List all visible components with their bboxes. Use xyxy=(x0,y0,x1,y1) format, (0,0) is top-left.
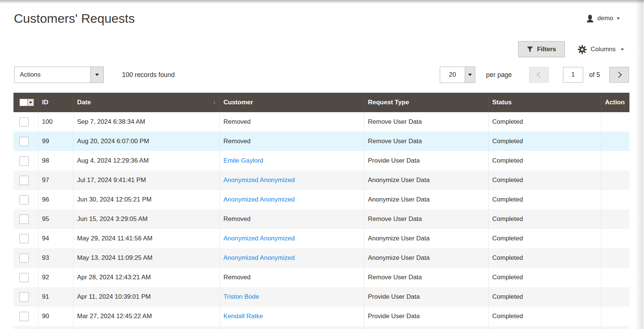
table-row: 94May 29, 2024 11:41:56 AMAnonymized Ano… xyxy=(13,229,629,248)
next-page-button[interactable] xyxy=(609,67,629,83)
cell-request-type: Anonymize User Data xyxy=(364,248,488,268)
table-row: 90Mar 27, 2024 12:45:22 AMKendall RatkeP… xyxy=(13,307,629,326)
cell-date: May 13, 2024 11:09:25 AM xyxy=(73,248,220,268)
cell-id: 93 xyxy=(38,248,73,268)
customer-link[interactable]: Triston Bode xyxy=(224,293,259,300)
cell-customer: Removed xyxy=(220,112,364,132)
cell-status: Completed xyxy=(488,307,601,326)
cell-action xyxy=(601,132,629,151)
row-checkbox[interactable] xyxy=(19,176,29,185)
row-checkbox[interactable] xyxy=(19,292,29,302)
cell-request-type: Remove User Data xyxy=(364,268,488,287)
table-row: 95Jun 15, 2024 3:29:05 AMRemovedRemove U… xyxy=(13,209,629,229)
previous-page-button[interactable] xyxy=(529,67,549,83)
column-header-date[interactable]: Date ↑ xyxy=(73,93,220,112)
cell-date: Aug 4, 2024 12:29:36 AM xyxy=(73,151,220,170)
actions-select[interactable]: Actions xyxy=(14,67,104,83)
actions-select-caret[interactable] xyxy=(90,67,103,83)
cell-action xyxy=(601,287,629,307)
column-header-id[interactable]: ID xyxy=(38,93,73,112)
cell-date: Apr 11, 2024 10:39:01 PM xyxy=(73,287,220,307)
customer-link[interactable]: Anonymized Anonymized xyxy=(224,196,295,203)
select-all-dropdown[interactable] xyxy=(27,99,34,106)
row-checkbox[interactable] xyxy=(19,195,29,205)
table-row: 93May 13, 2024 11:09:25 AMAnonymized Ano… xyxy=(13,248,629,268)
customer-link[interactable]: Anonymized Anonymized xyxy=(224,235,295,242)
requests-grid: ID Date ↑ Customer Request Type Status A… xyxy=(13,93,629,329)
cell-customer: Removed xyxy=(220,132,364,151)
cell-request-type: Provide User Data xyxy=(364,287,488,307)
row-checkbox[interactable] xyxy=(19,156,29,166)
row-checkbox[interactable] xyxy=(19,312,29,321)
user-menu[interactable]: demo xyxy=(586,13,620,23)
cell-action xyxy=(601,209,629,229)
cell-date: May 29, 2024 11:41:56 AM xyxy=(73,229,220,248)
customer-link[interactable]: Anonymized Anonymized xyxy=(224,176,295,184)
cell-action xyxy=(601,112,629,132)
total-pages-label: of 5 xyxy=(589,67,600,83)
row-checkbox[interactable] xyxy=(19,117,29,127)
table-row: 100Sep 7, 2024 6:38:34 AMRemovedRemove U… xyxy=(13,112,629,132)
row-select-cell xyxy=(13,268,38,287)
customer-link[interactable]: Kendall Ratke xyxy=(224,313,263,320)
column-header-status[interactable]: Status xyxy=(488,93,601,112)
cell-date: Sep 7, 2024 6:38:34 AM xyxy=(73,112,220,132)
cell-status: Completed xyxy=(488,170,601,190)
cell-id: 95 xyxy=(38,209,73,229)
column-header-select xyxy=(13,93,38,112)
columns-control[interactable]: Columns xyxy=(578,44,624,55)
customer-link[interactable]: Emile Gaylord xyxy=(224,157,264,164)
cell-id: 100 xyxy=(38,112,73,132)
row-checkbox[interactable] xyxy=(19,234,29,243)
cell-status: Completed xyxy=(488,132,601,151)
filters-button[interactable]: Filters xyxy=(518,41,565,57)
cell-customer: Anonymized Anonymized xyxy=(220,170,364,190)
cell-action xyxy=(601,307,629,326)
select-all-checkbox[interactable] xyxy=(20,99,27,106)
cell-request-type: Remove User Data xyxy=(364,112,488,132)
row-select-cell xyxy=(13,248,38,268)
cell-date: Jul 17, 2024 9:41:41 PM xyxy=(73,170,220,190)
chevron-left-icon xyxy=(536,72,543,78)
row-checkbox[interactable] xyxy=(19,253,29,263)
cell-date: Mar 27, 2024 12:45:22 AM xyxy=(73,307,220,326)
row-checkbox[interactable] xyxy=(19,137,29,146)
cell-action xyxy=(601,190,629,209)
user-menu-caret-icon xyxy=(617,18,620,19)
cell-status: Completed xyxy=(488,248,601,268)
gear-icon xyxy=(578,45,587,54)
column-header-customer[interactable]: Customer xyxy=(220,93,364,112)
chevron-right-icon xyxy=(615,72,622,78)
cell-status: Completed xyxy=(488,190,601,209)
actions-select-value: Actions xyxy=(15,67,90,83)
cell-status: Completed xyxy=(488,112,601,132)
page-number-input[interactable] xyxy=(563,67,583,83)
customer-link[interactable]: Anonymized Anonymized xyxy=(224,254,295,261)
cell-customer: Removed xyxy=(220,209,364,229)
cell-action xyxy=(601,229,629,248)
cell-request-type: Provide User Data xyxy=(364,151,488,170)
cell-status: Completed xyxy=(488,229,601,248)
row-checkbox[interactable] xyxy=(19,273,29,282)
per-page-select[interactable]: 20 xyxy=(440,67,475,83)
cell-request-type: Provide User Data xyxy=(364,307,488,326)
row-select-cell xyxy=(13,170,38,190)
filter-funnel-icon xyxy=(527,46,533,52)
table-row: 98Aug 4, 2024 12:29:36 AMEmile GaylordPr… xyxy=(13,151,629,170)
row-checkbox[interactable] xyxy=(19,215,29,224)
cell-customer: Triston Bode xyxy=(220,287,364,307)
per-page-select-value: 20 xyxy=(440,67,465,83)
cell-id: 97 xyxy=(38,170,73,190)
user-name: demo xyxy=(597,15,613,22)
column-header-action[interactable]: Action xyxy=(601,93,629,112)
page-right-shadow xyxy=(636,0,644,329)
cell-date: Jun 30, 2024 12:05:21 PM xyxy=(73,190,220,209)
cell-id: 99 xyxy=(38,132,73,151)
per-page-select-caret[interactable] xyxy=(465,67,475,83)
select-all-control[interactable] xyxy=(19,99,34,106)
row-select-cell xyxy=(13,112,38,132)
row-select-cell xyxy=(13,190,38,209)
column-header-request-type[interactable]: Request Type xyxy=(364,93,488,112)
table-row: 91Apr 11, 2024 10:39:01 PMTriston BodePr… xyxy=(13,287,629,307)
columns-caret-icon xyxy=(621,49,624,50)
